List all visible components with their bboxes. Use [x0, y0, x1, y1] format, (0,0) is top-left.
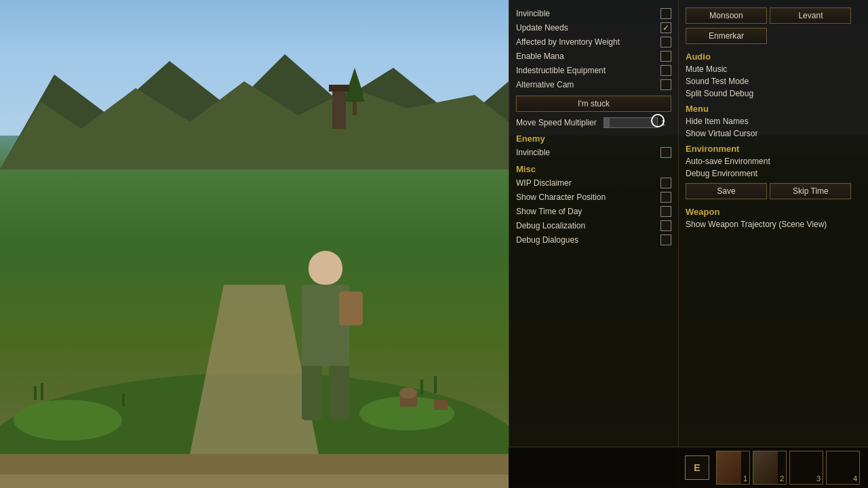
setting-row-player-invincible: Invincible	[516, 7, 671, 20]
setting-label-update-needs: Update Needs	[516, 23, 660, 33]
setting-row-inventory-weight: Affected by Inventory Weight	[516, 36, 671, 48]
split-sound-link[interactable]: Split Sound Debug	[686, 89, 861, 98]
setting-row-show-char-pos: Show Character Position	[516, 191, 671, 203]
checkbox-show-char-pos[interactable]	[660, 192, 671, 203]
hotbar-slot-1[interactable]: 1	[716, 451, 750, 485]
hotbar-slot-2[interactable]: 2	[753, 451, 787, 485]
player-section: Invincible Update Needs Affected by Inve…	[516, 7, 671, 128]
terrain	[0, 183, 509, 488]
setting-label-indestructible-equip: Indestructible Equipment	[516, 66, 660, 75]
hotbar-slot-2-item	[753, 451, 778, 484]
setting-label-wip-disclaimer: WIP Disclaimer	[516, 178, 660, 188]
move-speed-label: Move Speed Multiplier	[516, 118, 604, 127]
debug-panel: Invincible Update Needs Affected by Inve…	[509, 0, 868, 488]
audio-section-header: Audio	[686, 52, 861, 62]
sound-test-link[interactable]: Sound Test Mode	[686, 77, 861, 86]
svg-point-18	[399, 388, 417, 399]
hotbar: E 1 2 3 4	[509, 447, 868, 488]
checkbox-enable-mana[interactable]	[660, 51, 671, 62]
svg-point-8	[14, 400, 122, 441]
speed-control[interactable]: 1	[604, 117, 671, 128]
hide-item-names-link[interactable]: Hide Item Names	[686, 117, 861, 126]
setting-label-show-char-pos: Show Character Position	[516, 192, 660, 202]
checkbox-enemy-invincible[interactable]	[660, 147, 671, 158]
svg-rect-6	[329, 85, 349, 92]
mute-music-link[interactable]: Mute Music	[686, 64, 861, 74]
panel-left-column: Invincible Update Needs Affected by Inve…	[509, 0, 679, 488]
hotbar-slot-4-number: 4	[851, 473, 859, 484]
audio-section: Audio Mute Music Sound Test Mode Split S…	[686, 52, 861, 98]
monsoon-button[interactable]: Monsoon	[686, 7, 767, 24]
move-speed-row: Move Speed Multiplier 1	[516, 117, 671, 128]
environment-section-header: Environment	[686, 144, 861, 154]
setting-label-debug-local: Debug Localization	[516, 221, 660, 230]
panel-right-column: Monsoon Levant Enmerkar Audio Mute Music…	[679, 0, 868, 488]
checkbox-show-time-day[interactable]	[660, 206, 671, 217]
misc-section-header: Misc	[516, 164, 671, 174]
weapon-trajectory-link[interactable]: Show Weapon Trajectory (Scene View)	[686, 220, 861, 229]
svg-rect-12	[34, 386, 37, 400]
setting-label-enemy-invincible: Invincible	[516, 148, 660, 157]
skip-time-button[interactable]: Skip Time	[770, 183, 851, 199]
checkbox-wip-disclaimer[interactable]	[660, 178, 671, 188]
misc-section: Misc WIP Disclaimer Show Character Posit…	[516, 164, 671, 246]
weapon-section-header: Weapon	[686, 207, 861, 217]
show-virtual-cursor-link[interactable]: Show Virtual Cursor	[686, 129, 861, 138]
svg-rect-5	[332, 88, 346, 129]
checkbox-indestructible-equip[interactable]	[660, 65, 671, 76]
speed-fill	[604, 118, 610, 127]
auto-save-env-link[interactable]: Auto-save Environment	[686, 157, 861, 166]
debug-env-link[interactable]: Debug Environment	[686, 169, 861, 178]
hotbar-e-key[interactable]: E	[685, 455, 709, 480]
checkbox-update-needs[interactable]	[660, 22, 671, 33]
setting-label-player-invincible: Invincible	[516, 9, 660, 18]
menu-section: Menu Hide Item Names Show Virtual Cursor	[686, 104, 861, 138]
setting-label-show-time-day: Show Time of Day	[516, 207, 660, 216]
player-character	[292, 251, 359, 420]
weapon-section: Weapon Show Weapon Trajectory (Scene Vie…	[686, 207, 861, 229]
svg-rect-16	[434, 376, 437, 393]
svg-rect-14	[122, 393, 125, 407]
character-left-leg	[302, 366, 322, 420]
setting-row-enable-mana: Enable Mana	[516, 50, 671, 62]
setting-row-show-time-day: Show Time of Day	[516, 205, 671, 218]
mountains	[0, 20, 509, 169]
checkbox-alternative-cam[interactable]	[660, 79, 671, 90]
hotbar-slot-4[interactable]: 4	[826, 451, 860, 485]
character-legs	[302, 366, 349, 420]
hotbar-slot-1-number: 1	[741, 473, 749, 484]
im-stuck-button[interactable]: I'm stuck	[516, 96, 671, 112]
checkbox-debug-local[interactable]	[660, 220, 671, 231]
enmerkar-button[interactable]: Enmerkar	[686, 28, 767, 44]
speed-slider[interactable]	[604, 117, 658, 128]
svg-rect-19	[434, 400, 448, 410]
setting-row-indestructible-equip: Indestructible Equipment	[516, 64, 671, 77]
checkbox-player-invincible[interactable]	[660, 8, 671, 19]
speed-value: 1	[661, 119, 671, 127]
setting-row-update-needs: Update Needs	[516, 22, 671, 34]
setting-row-wip-disclaimer: WIP Disclaimer	[516, 177, 671, 189]
hotbar-slot-1-item	[717, 451, 741, 484]
menu-section-header: Menu	[686, 104, 861, 114]
svg-rect-13	[41, 383, 43, 400]
hotbar-slot-2-number: 2	[778, 473, 786, 484]
setting-row-debug-local: Debug Localization	[516, 220, 671, 232]
checkbox-debug-dialogues[interactable]	[660, 235, 671, 245]
setting-row-alternative-cam: Alternative Cam	[516, 79, 671, 91]
character-body	[302, 285, 349, 366]
character-pack	[339, 291, 363, 325]
checkbox-inventory-weight[interactable]	[660, 37, 671, 47]
character-right-leg	[329, 366, 349, 420]
setting-label-debug-dialogues: Debug Dialogues	[516, 235, 660, 245]
setting-label-alternative-cam: Alternative Cam	[516, 80, 660, 89]
setting-row-enemy-invincible: Invincible	[516, 146, 671, 159]
hotbar-slot-3[interactable]: 3	[789, 451, 823, 485]
setting-label-enable-mana: Enable Mana	[516, 52, 660, 61]
levant-button[interactable]: Levant	[770, 7, 851, 24]
world-buttons-group: Monsoon Levant Enmerkar	[686, 5, 861, 46]
setting-label-inventory-weight: Affected by Inventory Weight	[516, 37, 660, 47]
environment-section: Environment Auto-save Environment Debug …	[686, 144, 861, 201]
svg-rect-21	[0, 474, 509, 488]
character-head	[309, 251, 342, 285]
save-button[interactable]: Save	[686, 183, 767, 199]
